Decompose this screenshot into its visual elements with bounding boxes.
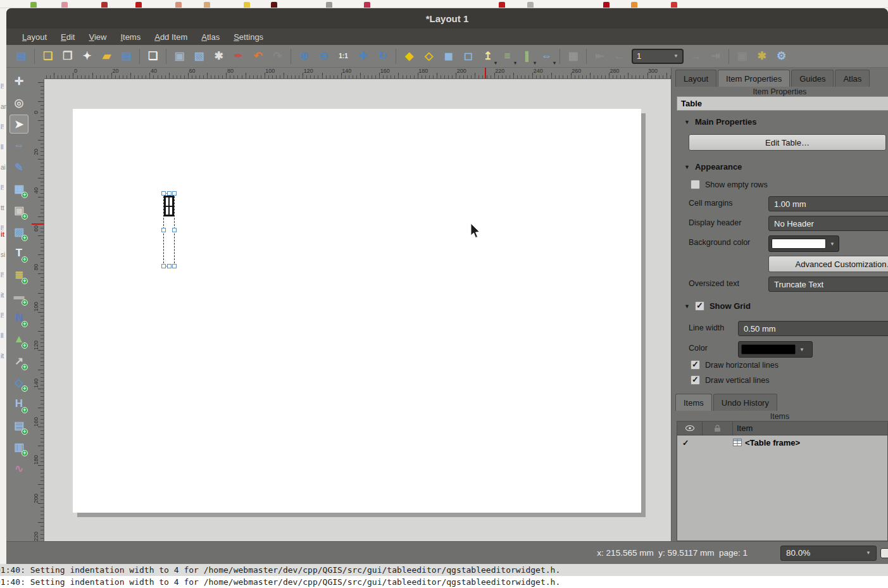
zoom-full-icon[interactable]: ✚ — [354, 47, 372, 65]
background-color-button[interactable]: ▼ — [768, 235, 839, 252]
atlas-settings-icon[interactable]: ⚙ — [773, 47, 790, 65]
export-svg-icon[interactable]: ✱ — [210, 47, 227, 65]
table-frame-item[interactable] — [163, 193, 175, 266]
export-atlas-icon[interactable]: ✱ — [753, 47, 770, 65]
oversized-text-combo[interactable]: Truncate Text — [768, 277, 888, 292]
layout-canvas[interactable] — [44, 79, 671, 541]
lock-items-icon[interactable]: ◆ — [401, 47, 418, 65]
select-all-icon[interactable]: ◼ — [440, 47, 457, 65]
advanced-customization-button[interactable]: Advanced Customization… — [768, 256, 888, 272]
add-arrow-icon[interactable]: ↗+ — [9, 351, 28, 370]
grid-color-button[interactable]: ▼ — [738, 341, 813, 358]
add-elevation-profile-icon[interactable]: ∿ — [9, 459, 28, 478]
section-show-grid[interactable]: ▼ Show Grid — [684, 301, 751, 311]
atlas-last-icon[interactable]: ⇥ — [707, 47, 724, 65]
save-layout-icon[interactable]: ▤ — [13, 47, 30, 65]
add-3d-map-icon[interactable]: ▣+ — [9, 201, 28, 220]
tab-undo-history[interactable]: Undo History — [713, 394, 777, 411]
resize-handle-se[interactable] — [172, 264, 177, 268]
redo-icon[interactable]: ↷ — [269, 47, 286, 65]
distribute-items-icon[interactable]: ∥▾ — [518, 47, 535, 65]
add-html-icon[interactable]: H+ — [9, 394, 28, 413]
zoom-in-icon[interactable]: ⊕ — [296, 47, 313, 65]
cell-margins-spinbox[interactable]: 1.00 mm — [768, 196, 888, 211]
menu-settings[interactable]: Settings — [227, 28, 270, 45]
line-width-spinbox[interactable]: 0.50 mm — [738, 321, 888, 336]
atlas-first-icon[interactable]: ⇤ — [591, 47, 608, 65]
add-attribute-table-icon[interactable]: ▤+ — [9, 416, 28, 435]
add-scalebar-icon[interactable]: ▬+ — [9, 287, 28, 306]
align-items-icon[interactable]: ≡▾ — [499, 47, 516, 65]
raise-items-icon[interactable]: ↥▾ — [479, 47, 496, 65]
resize-handle-ne[interactable] — [172, 191, 177, 196]
tab-item-properties[interactable]: Item Properties — [718, 70, 790, 87]
undo-icon[interactable]: ↶ — [249, 47, 266, 65]
title-bar[interactable]: *Layout 1 — [6, 8, 888, 28]
layout-page[interactable] — [73, 109, 641, 513]
add-north-arrow-icon[interactable]: N+ — [9, 308, 28, 327]
resize-handle-e[interactable] — [172, 228, 177, 232]
deselect-all-icon[interactable]: ◻ — [460, 47, 477, 65]
tab-guides[interactable]: Guides — [791, 70, 834, 87]
layout-manager-icon[interactable]: ✦ — [78, 47, 96, 65]
pan-tool-icon[interactable]: ✛ — [9, 72, 28, 91]
resize-handle-nw[interactable] — [161, 191, 166, 196]
atlas-prev-icon[interactable]: ← — [611, 47, 628, 65]
resize-handle-n[interactable] — [167, 191, 172, 196]
zoom-out-icon[interactable]: ⊖ — [315, 47, 332, 65]
menu-atlas[interactable]: Atlas — [194, 28, 227, 45]
resize-handle-sw[interactable] — [161, 264, 166, 268]
menu-view[interactable]: View — [82, 28, 113, 45]
add-fixed-table-icon[interactable]: ▥+ — [9, 437, 28, 456]
grid-color-swatch — [741, 344, 796, 354]
menu-add-item[interactable]: Add Item — [147, 28, 194, 45]
section-appearance[interactable]: ▼ Appearance — [684, 162, 742, 172]
zoom-tool-icon[interactable]: ◎ — [9, 93, 28, 112]
menu-edit[interactable]: Edit — [54, 28, 82, 45]
add-shape-icon[interactable]: ▲+ — [9, 330, 28, 349]
display-header-combo[interactable]: No Header — [768, 216, 888, 231]
export-pdf-icon[interactable]: ✒ — [230, 47, 247, 65]
show-empty-rows-checkbox[interactable] — [691, 180, 700, 189]
section-main-properties[interactable]: ▼ Main Properties — [684, 117, 756, 127]
resize-handle-w[interactable] — [161, 228, 166, 232]
menu-items[interactable]: Items — [113, 28, 147, 45]
add-legend-icon[interactable]: ≣+ — [9, 265, 28, 284]
select-move-item-tool-icon[interactable]: ➤ — [9, 115, 28, 134]
save-as-icon[interactable]: ▤ — [118, 47, 135, 65]
refresh-icon[interactable]: ↻ — [374, 47, 391, 65]
open-layout-icon[interactable]: ▰ — [98, 47, 115, 65]
atlas-page-combo[interactable]: 1▼ — [632, 49, 684, 64]
draw-horizontal-lines-checkbox[interactable] — [691, 360, 700, 370]
tab-layout[interactable]: Layout — [675, 70, 716, 87]
background-text-fragment: it — [1, 292, 4, 299]
edit-table-button[interactable]: Edit Table… — [689, 134, 886, 151]
zoom-level-combo[interactable]: 80.0% ▼ — [780, 546, 877, 561]
tab-atlas[interactable]: Atlas — [835, 70, 870, 87]
add-map-icon[interactable]: ▦+ — [9, 179, 28, 198]
unlock-items-icon[interactable]: ◇ — [420, 47, 437, 65]
zoom-actual-icon[interactable]: 1:1 — [335, 47, 352, 65]
resize-handle-s[interactable] — [167, 264, 172, 268]
items-list-row-table-frame[interactable]: ✓ <Table frame> — [677, 435, 887, 449]
item-visible-check[interactable]: ✓ — [677, 438, 703, 447]
new-from-template-icon[interactable]: ❏ — [144, 47, 161, 65]
print-icon[interactable]: ▣ — [171, 47, 188, 65]
tab-items[interactable]: Items — [675, 394, 712, 411]
edit-nodes-tool-icon[interactable]: ✎ — [9, 158, 28, 177]
export-image-icon[interactable]: ▧ — [191, 47, 208, 65]
menu-layout[interactable]: Layout — [15, 28, 54, 45]
add-picture-icon[interactable]: ▨+ — [9, 222, 28, 241]
add-label-icon[interactable]: T+ — [9, 244, 28, 263]
print-atlas-icon[interactable]: ▣ — [734, 47, 751, 65]
add-node-item-icon[interactable]: ◇+ — [9, 373, 28, 392]
atlas-preview-icon[interactable]: ▦ — [565, 47, 582, 65]
move-content-tool-icon[interactable]: ⇔ — [9, 136, 28, 155]
duplicate-layout-icon[interactable]: ❐ — [59, 47, 76, 65]
visibility-column-eye-icon — [677, 422, 703, 435]
atlas-next-icon[interactable]: → — [687, 47, 704, 65]
show-grid-checkbox[interactable] — [695, 301, 704, 311]
new-layout-icon[interactable]: ❏ — [39, 47, 56, 65]
resize-items-icon[interactable]: ⇔▾ — [538, 47, 555, 65]
draw-vertical-lines-checkbox[interactable] — [691, 375, 700, 385]
